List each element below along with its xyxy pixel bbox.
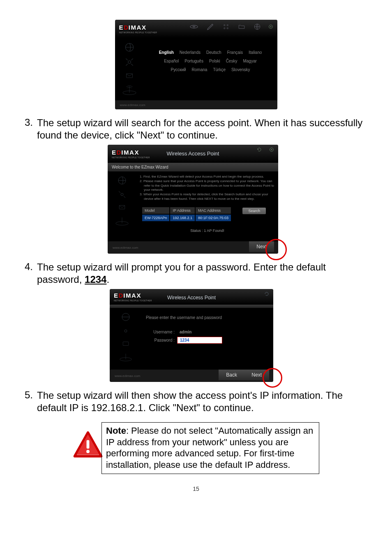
svg-point-5 <box>227 28 228 29</box>
brand-tagline: NETWORKING PEOPLE TOGETHER <box>119 31 157 34</box>
step-5-number: 5. <box>25 389 37 414</box>
mail-icon <box>117 204 127 211</box>
svg-point-9 <box>128 61 131 64</box>
step-4-text-a: The setup wizard will prompt you for a p… <box>37 261 326 285</box>
card3-header: EDIMAX NETWORKING PEOPLE TOGETHER Wirele… <box>110 289 273 305</box>
globe-icon <box>254 23 261 30</box>
welcome-bar: Welcome to the EZmax Wizard <box>108 163 278 171</box>
lang-francais[interactable]: Français <box>227 50 243 55</box>
instruction-2c: your network. <box>140 188 275 192</box>
wizard-search-wrap: EDIMAX NETWORKING PEOPLE TOGETHER Wirele… <box>108 145 284 254</box>
lang-romana[interactable]: Romana <box>192 67 208 72</box>
side-panel-icons <box>108 171 136 241</box>
lang-deutsch[interactable]: Deutsch <box>206 50 221 55</box>
lang-nederlands[interactable]: Nederlands <box>180 50 201 55</box>
username-label: Username : <box>146 330 175 334</box>
svg-rect-19 <box>123 342 129 346</box>
folder-icon <box>237 23 246 30</box>
login-prompt: Please enter the username and password <box>146 315 222 320</box>
instruction-2a: 2. Please make sure that your Access Poi… <box>140 179 275 184</box>
globe-small-icon <box>117 176 127 185</box>
password-label: Password : <box>146 338 175 342</box>
step-3-text: The setup wizard will search for the acc… <box>37 117 367 141</box>
brand-tagline: NETWORKING PEOPLE TOGETHER <box>114 299 152 302</box>
step-4: 4. The setup wizard will prompt you for … <box>25 261 367 286</box>
satellite-icon <box>121 326 131 336</box>
search-button[interactable]: Search <box>242 208 266 214</box>
lang-magyar[interactable]: Magyar <box>243 59 256 63</box>
cell-mac: 80:1F:02:0A:75:03 <box>196 215 231 221</box>
back-button[interactable]: Back <box>219 370 244 380</box>
highlight-circle <box>265 239 287 260</box>
device-table: Model IP Address MAC Address EW-7228APn … <box>141 206 232 222</box>
lang-italiano[interactable]: Italiano <box>249 50 262 55</box>
divider <box>110 305 273 308</box>
instruction-3a: 3. When your Access Point is ready for d… <box>140 192 275 197</box>
step-4-text-b: . <box>106 274 109 285</box>
card3-title: Wireless Access Point <box>167 295 216 301</box>
device-icon <box>122 84 137 96</box>
svg-point-0 <box>190 25 197 28</box>
cell-model: EW-7228APn <box>142 215 169 221</box>
cell-ip: 192.168.2.1 <box>170 215 195 221</box>
close-icon[interactable] <box>268 24 273 29</box>
device-icon <box>119 352 133 362</box>
instruction-3b: device after it has been found. Then cli… <box>140 197 275 201</box>
device-icon <box>115 215 129 227</box>
step-5: 5. The setup wizard will then show the a… <box>25 389 367 414</box>
svg-point-4 <box>224 28 225 29</box>
brand-tagline: NETWORKING PEOPLE TOGETHER <box>112 156 150 159</box>
svg-point-1 <box>193 26 195 27</box>
pencil-icon <box>206 22 215 31</box>
password-input[interactable]: 1234 <box>177 337 222 344</box>
lang-turkce[interactable]: Türkçe <box>213 67 226 72</box>
col-model: Model <box>142 207 169 214</box>
card2-header: EDIMAX NETWORKING PEOPLE TOGETHER Wirele… <box>108 145 278 163</box>
login-card: EDIMAX NETWORKING PEOPLE TOGETHER Wirele… <box>110 289 273 382</box>
warning-icon <box>73 430 103 460</box>
page-number: 15 <box>25 486 367 492</box>
card-footer: www.edimax.com <box>115 100 277 109</box>
lang-slovensky[interactable]: Slovensky <box>231 67 250 72</box>
instruction-1: 1. First, the EZmax Wizard will detect y… <box>140 175 275 179</box>
disc-icon <box>189 22 198 31</box>
svg-point-14 <box>121 193 123 196</box>
table-row[interactable]: EW-7228APn 192.168.2.1 80:1F:02:0A:75:03 <box>142 215 231 221</box>
lang-russian[interactable]: Русский <box>171 67 186 72</box>
status-text: Status : 1 AP Found! <box>136 229 278 233</box>
instructions: 1. First, the EZmax Wizard will detect y… <box>136 171 278 204</box>
grid-icon <box>222 23 230 30</box>
lang-espanol[interactable]: Español <box>164 59 179 63</box>
note: Note: Please do not select "Automaticall… <box>73 422 319 474</box>
password-row: Password : 1234 <box>146 337 222 344</box>
lang-cesky[interactable]: Česky <box>226 59 238 63</box>
note-box: Note: Please do not select "Automaticall… <box>101 422 319 474</box>
lang-english[interactable]: English <box>159 50 174 55</box>
note-label: Note <box>106 426 126 436</box>
header-icons <box>189 22 273 31</box>
lang-polski[interactable]: Polski <box>209 59 220 63</box>
close-icon[interactable] <box>269 147 274 152</box>
language-options: English Nederlands Deutsch Français Ital… <box>144 38 277 100</box>
login-wrap: EDIMAX NETWORKING PEOPLE TOGETHER Wirele… <box>110 289 282 382</box>
step-4-text: The setup wizard will prompt you for a p… <box>37 261 367 286</box>
satellite-icon <box>117 190 127 199</box>
username-value: admin <box>177 329 222 335</box>
default-password: 1234 <box>85 274 106 285</box>
refresh-icon[interactable] <box>264 291 269 296</box>
globe-small-icon <box>121 312 131 322</box>
footer-link: www.edimax.com <box>113 246 138 250</box>
footer-link: www.edimax.com <box>115 374 140 378</box>
card3-footer: www.edimax.com Back Next <box>110 370 273 382</box>
card2-title: Wireless Access Point <box>167 150 219 157</box>
svg-point-22 <box>86 450 90 453</box>
mail-icon <box>124 72 135 80</box>
svg-point-2 <box>224 25 225 26</box>
instruction-2b: refer to the Quick Installation Guide fo… <box>140 184 275 188</box>
brand-logo: EDIMAX <box>112 149 150 156</box>
svg-rect-15 <box>119 206 125 209</box>
lang-portugues[interactable]: Português <box>184 59 203 63</box>
card-header: EDIMAX NETWORKING PEOPLE TOGETHER <box>115 20 277 38</box>
username-row: Username : admin <box>146 329 222 335</box>
refresh-icon[interactable] <box>257 147 262 152</box>
